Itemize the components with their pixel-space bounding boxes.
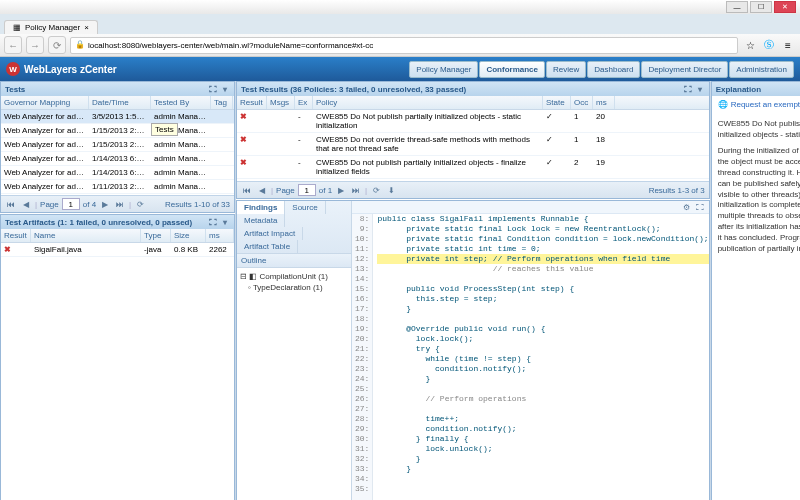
app-title: WebLayers zCenter: [24, 64, 117, 75]
prev-page-button[interactable]: ◀: [20, 198, 32, 210]
expand-icon[interactable]: ⛶: [208, 217, 218, 227]
window-close[interactable]: ✕: [774, 1, 796, 13]
next-page-button[interactable]: ▶: [99, 198, 111, 210]
window-minimize[interactable]: —: [726, 1, 748, 13]
col-header[interactable]: Result: [1, 229, 31, 242]
cell: 0.8 KB: [171, 243, 206, 256]
code-line: public void ProcessStep(int step) {: [377, 284, 708, 294]
cell: 19: [593, 156, 615, 178]
col-header[interactable]: Name: [31, 229, 141, 242]
col-header[interactable]: Msgs: [267, 96, 295, 109]
src-tab-artifact-table[interactable]: Artifact Table: [237, 240, 298, 253]
code-line: this.step = step;: [377, 294, 708, 304]
tab-close-icon[interactable]: ×: [84, 23, 89, 32]
expand-icon[interactable]: ⛶: [208, 84, 218, 94]
cell: 2: [571, 156, 593, 178]
code-line: condition.notify();: [377, 364, 708, 374]
last-page-button[interactable]: ⏭: [114, 198, 126, 210]
explanation-text: During the initialized of a shared objec…: [718, 146, 800, 254]
cell: [211, 166, 233, 179]
cell: Web Analyzer for admin: [1, 166, 89, 179]
code-line: lock.lock();: [377, 334, 708, 344]
expand-icon[interactable]: ⛶: [683, 84, 693, 94]
col-header[interactable]: Ex: [295, 96, 313, 109]
skype-icon[interactable]: Ⓢ: [761, 37, 777, 53]
code-line: private static final Condition condition…: [377, 234, 708, 244]
outline-item[interactable]: ⊟ ◧ CompilationUnit (1): [240, 271, 348, 282]
prev-page-button[interactable]: ◀: [256, 184, 268, 196]
col-header[interactable]: Occ: [571, 96, 593, 109]
table-row[interactable]: ✖-CWE855 Do Not publish partially initia…: [237, 110, 709, 133]
code-line: }: [377, 454, 708, 464]
browser-tab[interactable]: ▦ Policy Manager ×: [4, 20, 98, 34]
request-exemption-link[interactable]: 🌐 Request an exemption: [718, 100, 800, 111]
last-page-button[interactable]: ⏭: [350, 184, 362, 196]
nav-review[interactable]: Review: [546, 61, 586, 78]
forward-button[interactable]: →: [26, 36, 44, 54]
code-line: private static final Lock lock = new Ree…: [377, 224, 708, 234]
col-header[interactable]: ms: [206, 229, 234, 242]
col-header[interactable]: Tested By: [151, 96, 211, 109]
export-button[interactable]: ⬇: [385, 184, 397, 196]
next-page-button[interactable]: ▶: [335, 184, 347, 196]
col-header[interactable]: Policy: [313, 96, 543, 109]
table-row[interactable]: Web Analyzer for admin1/11/2013 2:46 PMa…: [1, 180, 234, 194]
refresh-button[interactable]: ⟳: [370, 184, 382, 196]
collapse-icon[interactable]: ▾: [220, 217, 230, 227]
nav-policy-manager[interactable]: Policy Manager: [409, 61, 478, 78]
col-header[interactable]: Date/Time: [89, 96, 151, 109]
menu-icon[interactable]: ≡: [780, 37, 796, 53]
table-row[interactable]: ✖SigalFail.java-java0.8 KB2262: [1, 243, 234, 257]
col-header[interactable]: Type: [141, 229, 171, 242]
reload-button[interactable]: ⟳: [48, 36, 66, 54]
collapse-icon[interactable]: ▾: [220, 84, 230, 94]
action-icon[interactable]: ⚙: [682, 202, 692, 212]
table-row[interactable]: Web Analyzer for admin3/5/2013 1:52 PMad…: [1, 110, 234, 124]
table-row[interactable]: ✖-CWE855 Do not publish partially initia…: [237, 156, 709, 179]
back-button[interactable]: ←: [4, 36, 22, 54]
table-row[interactable]: ✖-CWE855 Do not override thread-safe met…: [237, 133, 709, 156]
refresh-button[interactable]: ⟳: [134, 198, 146, 210]
nav-dashboard[interactable]: Dashboard: [587, 61, 640, 78]
table-row[interactable]: Web Analyzer for admin1/14/2013 6:20 PMa…: [1, 166, 234, 180]
first-page-button[interactable]: ⏮: [5, 198, 17, 210]
cell: admin Manager: [151, 138, 211, 151]
cell: 1/15/2013 2:26 PM: [89, 124, 151, 137]
page-input[interactable]: [298, 184, 316, 196]
table-row[interactable]: Web Analyzer for admin1/15/2013 2:26 PMa…: [1, 138, 234, 152]
nav-deployment-director[interactable]: Deployment Director: [641, 61, 728, 78]
first-page-button[interactable]: ⏮: [241, 184, 253, 196]
code-line: } finally {: [377, 434, 708, 444]
code-line: [377, 314, 708, 324]
artifacts-panel-title: Test Artifacts (1: 1 failed, 0 unresolve…: [5, 218, 192, 227]
src-tab-artifact-impact[interactable]: Artifact Impact: [237, 227, 303, 240]
col-header[interactable]: Governor Mapping: [1, 96, 89, 109]
col-header[interactable]: Size: [171, 229, 206, 242]
address-bar[interactable]: 🔒 localhost:8080/weblayers-center/web/ma…: [70, 37, 738, 54]
src-tab-metadata[interactable]: Metadata: [237, 214, 285, 227]
cell: Web Analyzer for admin: [1, 180, 89, 193]
nav-administration[interactable]: Administration: [729, 61, 794, 78]
page-input[interactable]: [62, 198, 80, 210]
col-header[interactable]: State: [543, 96, 571, 109]
star-icon[interactable]: ☆: [742, 37, 758, 53]
cell: ✖: [1, 243, 31, 256]
table-row[interactable]: Web Analyzer for admin1/14/2013 6:21 PMa…: [1, 152, 234, 166]
col-header[interactable]: Tag: [211, 96, 233, 109]
window-maximize[interactable]: ☐: [750, 1, 772, 13]
nav-conformance[interactable]: Conformance: [479, 61, 545, 78]
src-tab-findings[interactable]: Findings: [237, 201, 285, 214]
collapse-icon[interactable]: ▾: [695, 84, 705, 94]
outline-item[interactable]: ◦ TypeDeclaration (1): [240, 282, 348, 293]
tab-title: Policy Manager: [25, 23, 80, 32]
cell: 20: [593, 110, 615, 132]
table-row[interactable]: Web Analyzer for admin1/15/2013 2:26 PMa…: [1, 124, 234, 138]
src-tab-source[interactable]: Source: [285, 201, 325, 214]
col-header[interactable]: ms: [593, 96, 615, 109]
code-line: [377, 404, 708, 414]
explain-panel-title: Explanation: [716, 85, 761, 94]
cell: [267, 133, 295, 155]
code-line: }: [377, 304, 708, 314]
maximize-icon[interactable]: ⛶: [695, 202, 705, 212]
col-header[interactable]: Result: [237, 96, 267, 109]
